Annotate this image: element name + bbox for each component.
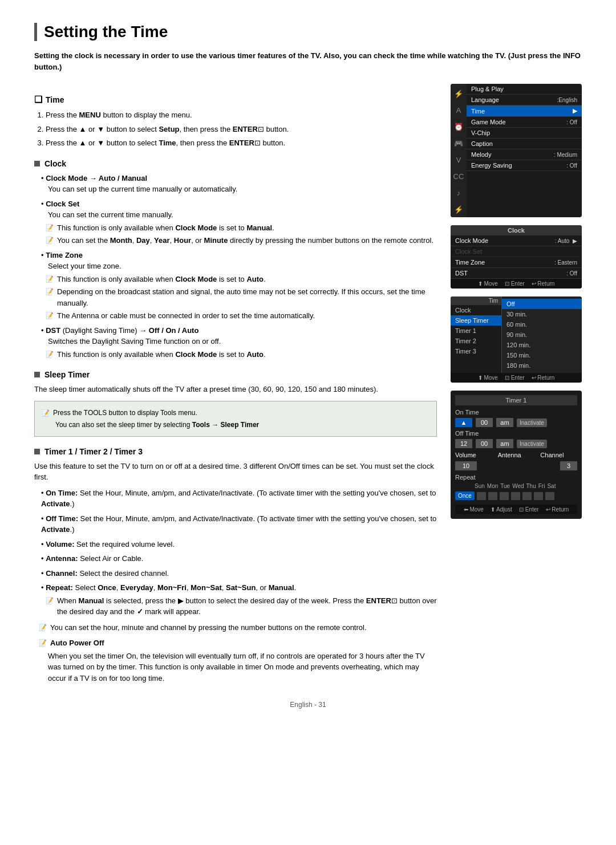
clock-mode-row: Clock Mode : Auto ▶ <box>451 235 582 246</box>
sleep-60-option: 60 min. <box>502 319 582 330</box>
sleep-screen-content: Tim Clock Sleep Timer Timer 1 Timer 2 Ti… <box>451 296 582 373</box>
antenna-label-tv: Antenna <box>498 452 535 458</box>
timer1-screen: Timer 1 On Time ▲ 00 am Inactivate Off T… <box>451 391 582 519</box>
channel-label-tv: Channel <box>540 452 577 458</box>
step-2: Press the ▲ or ▼ button to select Setup,… <box>46 124 437 135</box>
mon-chk <box>488 492 497 500</box>
off-time-item: • Off Time: Set the Hour, Minute, am/pm,… <box>41 513 437 535</box>
on-time-row: ▲ 00 am Inactivate <box>455 418 577 427</box>
step-3: Press the ▲ or ▼ button to select Time, … <box>46 137 437 149</box>
clock-set-desc: You can set the current time manually. <box>48 209 437 221</box>
clock-nav-bar: ⬆ Move ⊡ Enter ↩ Return <box>451 279 582 289</box>
repeat-days-header: Sun Mon Tue Wed Thu Fri Sat <box>455 483 577 489</box>
sleep-timer3-item: Timer 3 <box>451 346 501 356</box>
page-number: English - 31 <box>290 701 326 709</box>
tools-note1: 📝 Press the TOOLS button to display Tool… <box>42 408 429 418</box>
antenna-item: • Antenna: Select Air or Cable. <box>41 553 437 564</box>
sat-chk <box>545 492 554 500</box>
timer-header-label: Timer 1 / Timer 2 / Timer 3 <box>44 447 143 456</box>
off-hour-box: 12 <box>455 439 472 448</box>
timer-bullets: • On Time: Set the Hour, Minute, am/pm, … <box>41 488 437 618</box>
time-header-label: Time <box>46 95 64 104</box>
sleep-header-label: Sleep Timer <box>44 370 90 379</box>
sleep-timer2-item: Timer 2 <box>451 336 501 346</box>
off-ampm-box: am <box>496 439 513 448</box>
repeat-label-tv: Repeat <box>455 474 577 481</box>
clock-section-header: Clock <box>34 159 437 168</box>
sleep-30-option: 30 min. <box>502 309 582 319</box>
sleep-timer-item: Sleep Timer <box>451 315 501 326</box>
on-time-label: On Time <box>455 409 577 416</box>
timer-bullet-icon <box>34 449 40 454</box>
page-title: Setting the Time <box>34 23 582 41</box>
sleep-off-option: Off <box>502 299 582 309</box>
dst-desc: Switches the Daylight Saving Time functi… <box>48 336 437 347</box>
time-zone-item: • Time Zone Select your time zone. 📝 Thi… <box>41 250 437 322</box>
plug-icon: ⚡ <box>454 90 463 98</box>
channel-item: • Channel: Select the desired channel. <box>41 568 437 579</box>
time-zone-note1: 📝 This function is only available when C… <box>46 274 437 285</box>
thu-chk <box>522 492 532 500</box>
sun-chk <box>477 492 486 500</box>
time-zone-row: Time Zone : Eastern <box>451 257 582 268</box>
fri-chk <box>534 492 543 500</box>
clock-set-row: Clock Set <box>451 246 582 257</box>
sleep-left-panel: Tim Clock Sleep Timer Timer 1 Timer 2 Ti… <box>451 296 502 373</box>
on-time-item: • On Time: Set the Hour, Minute, am/pm, … <box>41 488 437 510</box>
volume-item: • Volume: Set the required volume level. <box>41 539 437 550</box>
sleep-title: Tim <box>451 296 501 305</box>
lang-icon: A <box>456 106 461 115</box>
timer1-title: Timer 1 <box>455 395 577 405</box>
channel-val-box: 3 <box>560 461 577 470</box>
setup-screen: ⚡ A ⏰ 🎮 V CC ♪ ⚡ Plug & Play <box>451 84 582 217</box>
sleep-right-panel: Off 30 min. 60 min. 90 min. 120 min. 150… <box>502 296 582 373</box>
checkbox-icon: ❑ <box>34 94 42 105</box>
setup-sidebar: ⚡ A ⏰ 🎮 V CC ♪ ⚡ <box>451 84 467 217</box>
dst-row: DST : Off <box>451 268 582 279</box>
time-icon: ⏰ <box>454 123 463 131</box>
setup-row-energy: Energy Saving : Off <box>467 160 582 171</box>
off-time-row: 12 00 am Inactivate <box>455 439 577 448</box>
vol-ant-ch-row: Volume Antenna Channel <box>455 452 577 458</box>
off-time-label: Off Time <box>455 430 577 437</box>
setup-row-plug: Plug & Play <box>467 84 582 95</box>
clock-screen: Clock Clock Mode : Auto ▶ Clock Set Time… <box>451 225 582 289</box>
setup-row-language: Language :English <box>467 95 582 105</box>
time-steps-list: Press the MENU button to display the men… <box>46 109 437 149</box>
sleep-150-option: 150 min. <box>502 350 582 360</box>
time-zone-note3: 📝 The Antenna or cable must be connected… <box>46 310 437 322</box>
off-min-box: 00 <box>476 439 493 448</box>
auto-power-title: 📝 Auto Power Off <box>39 637 437 649</box>
repeat-row: Once <box>455 491 577 500</box>
intro-text: Setting the clock is necessary in order … <box>34 50 582 72</box>
tools-box: 📝 Press the TOOLS button to display Tool… <box>34 401 437 437</box>
clock-set-item: • Clock Set You can set the current time… <box>41 198 437 246</box>
sidebar-icons: ⚡ A ⏰ 🎮 V CC ♪ ⚡ <box>453 86 464 217</box>
volume-label-tv: Volume <box>455 452 492 458</box>
timer-desc: Use this feature to set the TV to turn o… <box>34 461 437 483</box>
on-min-box: 00 <box>476 418 493 427</box>
clock-set-note1: 📝 This function is only available when C… <box>46 222 437 234</box>
wed-chk <box>511 492 520 500</box>
on-ampm-box: am <box>496 418 513 427</box>
clock-mode-desc: You can set up the current time manually… <box>48 184 437 195</box>
time-section-header: ❑ Time <box>34 94 437 105</box>
sleep-bullet-icon <box>34 372 40 377</box>
setup-main-content: Plug & Play Language :English Time ▶ Gam… <box>467 84 582 217</box>
sleep-desc: The sleep timer automatically shuts off … <box>34 384 437 395</box>
setup-row-time: Time ▶ <box>467 105 582 117</box>
sleep-timer1-item: Timer 1 <box>451 326 501 336</box>
dst-note: 📝 This function is only available when C… <box>46 349 437 360</box>
sleep-clock-item: Clock <box>451 305 501 315</box>
off-status-btn: Inactivate <box>517 440 547 448</box>
number-buttons-note: 📝 You can set the hour, minute and chann… <box>39 622 437 633</box>
vchip-icon: V <box>456 156 461 164</box>
page-footer: English - 31 <box>34 701 582 709</box>
setup-row-game: Game Mode : Off <box>467 117 582 128</box>
setup-row-caption: Caption <box>467 139 582 149</box>
volume-val-box: 10 <box>455 461 477 470</box>
sleep-90-option: 90 min. <box>502 330 582 340</box>
sleep-section-header: Sleep Timer <box>34 370 437 379</box>
timer-section-header: Timer 1 / Timer 2 / Timer 3 <box>34 447 437 456</box>
clock-bullets: • Clock Mode → Auto / Manual You can set… <box>41 173 437 360</box>
